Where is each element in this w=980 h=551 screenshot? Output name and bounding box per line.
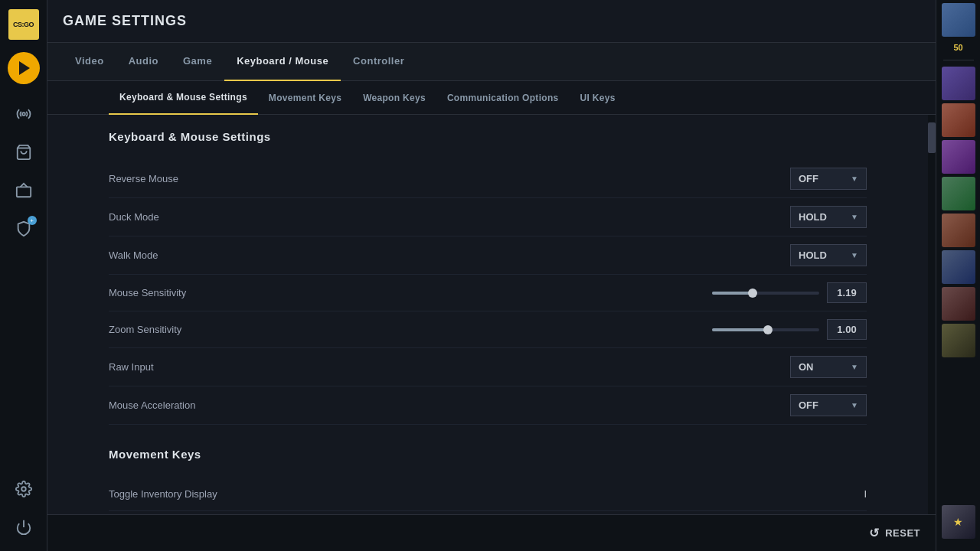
player-avatar-3[interactable] [942,103,975,137]
sub-nav: Keyboard & Mouse Settings Movement Keys … [47,81,936,115]
csgo-logo-inner: CS:GO [8,9,39,40]
player-avatar-4[interactable] [942,140,975,174]
bottom-right-avatar[interactable]: ★ [942,505,975,539]
left-sidebar: CS:GO + [0,0,47,551]
avatar-img-6 [942,214,975,247]
sidebar-icon-settings[interactable] [8,473,40,505]
reverse-mouse-value: OFF [799,173,844,184]
subnav-ui-keys[interactable]: UI Keys [570,81,626,115]
sidebar-icon-tv[interactable] [8,174,40,207]
avatar-img-4 [942,140,975,174]
scrollbar-track[interactable] [928,115,936,514]
bottom-right-icon[interactable]: ★ [942,505,975,548]
zoom-sensitivity-control: 1.00 [712,319,867,340]
top-nav: Video Audio Game Keyboard / Mouse Contro… [47,43,936,81]
zoom-sensitivity-value[interactable]: 1.00 [827,319,867,340]
subnav-keyboard-mouse-settings[interactable]: Keyboard & Mouse Settings [109,81,258,115]
walk-mode-dropdown[interactable]: HOLD ▼ [790,244,867,266]
setting-row-duck-mode: Duck Mode HOLD ▼ [109,198,867,236]
walk-mode-control: HOLD ▼ [790,244,867,266]
zoom-sensitivity-thumb[interactable] [763,325,773,334]
player-score: 50 [953,43,962,52]
raw-input-label: Raw Input [109,361,790,373]
sidebar-icon-antenna[interactable] [8,98,40,130]
zoom-sensitivity-slider[interactable] [712,328,819,331]
walk-mode-value: HOLD [799,249,844,261]
duck-mode-arrow: ▼ [851,213,858,221]
avatar-img-1 [942,3,975,37]
subnav-weapon-keys[interactable]: Weapon Keys [352,81,436,115]
mouse-acceleration-control: OFF ▼ [790,394,867,416]
mouse-sensitivity-control: 1.19 [712,282,867,303]
scrollbar-thumb[interactable] [928,122,936,153]
right-panel: 50 ★ [936,0,980,551]
reset-icon: ↺ [869,526,880,540]
subnav-communication-options[interactable]: Communication Options [436,81,570,115]
sidebar-icon-shop[interactable] [8,136,40,168]
setting-row-mouse-acceleration: Mouse Acceleration OFF ▼ [109,386,867,425]
duck-mode-label: Duck Mode [109,211,790,223]
section-title-keyboard: Keyboard & Mouse Settings [109,130,867,148]
mouse-sensitivity-slider[interactable] [712,292,819,295]
bottom-bar: ↺ RESET [47,514,936,551]
main-player-avatar[interactable] [942,3,975,40]
raw-input-value: ON [799,361,844,373]
reset-label: RESET [885,527,920,539]
player-avatar-9[interactable] [942,324,975,357]
tab-video[interactable]: Video [63,43,116,81]
zoom-sensitivity-label: Zoom Sensitivity [109,324,712,335]
star-icon: ★ [953,516,963,528]
setting-row-mouse-sensitivity: Mouse Sensitivity 1.19 [109,275,867,311]
tab-controller[interactable]: Controller [341,43,416,81]
toggle-inventory-control: I [821,488,867,500]
tab-audio[interactable]: Audio [116,43,171,81]
csgo-logo[interactable]: CS:GO [7,8,41,41]
settings-area: Keyboard & Mouse Settings Reverse Mouse … [47,115,936,514]
avatar-img-9 [942,324,975,357]
raw-input-dropdown[interactable]: ON ▼ [790,356,867,378]
page-title: GAME SETTINGS [63,13,187,29]
tab-keyboard-mouse[interactable]: Keyboard / Mouse [224,43,341,81]
raw-input-arrow: ▼ [851,363,858,371]
walk-mode-label: Walk Mode [109,249,790,261]
player-avatar-5[interactable] [942,177,975,210]
toggle-inventory-label: Toggle Inventory Display [109,488,821,500]
setting-row-zoom-sensitivity: Zoom Sensitivity 1.00 [109,311,867,348]
mouse-acceleration-dropdown[interactable]: OFF ▼ [790,394,867,416]
sidebar-icon-shield[interactable]: + [8,213,40,245]
header: GAME SETTINGS [47,0,936,43]
player-list [942,67,975,360]
mouse-sensitivity-thumb[interactable] [748,289,757,298]
main-content: GAME SETTINGS Video Audio Game Keyboard … [47,0,936,551]
player-avatar-2[interactable] [942,67,975,100]
reset-button[interactable]: ↺ RESET [869,526,920,540]
mouse-acceleration-value: OFF [799,399,844,411]
mouse-sensitivity-fill [712,292,753,295]
play-button[interactable] [8,52,40,84]
player-avatar-6[interactable] [942,214,975,247]
power-button[interactable] [8,511,40,543]
mouse-sensitivity-value[interactable]: 1.19 [827,282,867,303]
avatar-img-2 [942,67,975,100]
avatar-img-3 [942,103,975,137]
reverse-mouse-dropdown[interactable]: OFF ▼ [790,168,867,190]
player-avatar-7[interactable] [942,250,975,284]
avatar-img-8 [942,287,975,321]
toggle-inventory-key[interactable]: I [821,488,867,500]
tab-game[interactable]: Game [171,43,224,81]
bottom-right-img: ★ [942,505,975,539]
setting-row-raw-input: Raw Input ON ▼ [109,348,867,386]
mouse-sensitivity-label: Mouse Sensitivity [109,287,712,298]
settings-content: Keyboard & Mouse Settings Reverse Mouse … [47,115,928,514]
main-player-avatar-img[interactable] [942,3,975,37]
mouse-acceleration-arrow: ▼ [851,401,858,409]
setting-row-reverse-mouse: Reverse Mouse OFF ▼ [109,160,867,198]
setting-row-walk-mode: Walk Mode HOLD ▼ [109,236,867,275]
player-divider-1 [943,60,974,60]
subnav-movement-keys[interactable]: Movement Keys [258,81,352,115]
player-avatar-8[interactable] [942,287,975,321]
reverse-mouse-arrow: ▼ [851,174,858,183]
reverse-mouse-label: Reverse Mouse [109,173,790,184]
duck-mode-dropdown[interactable]: HOLD ▼ [790,206,867,228]
duck-mode-value: HOLD [799,211,844,223]
